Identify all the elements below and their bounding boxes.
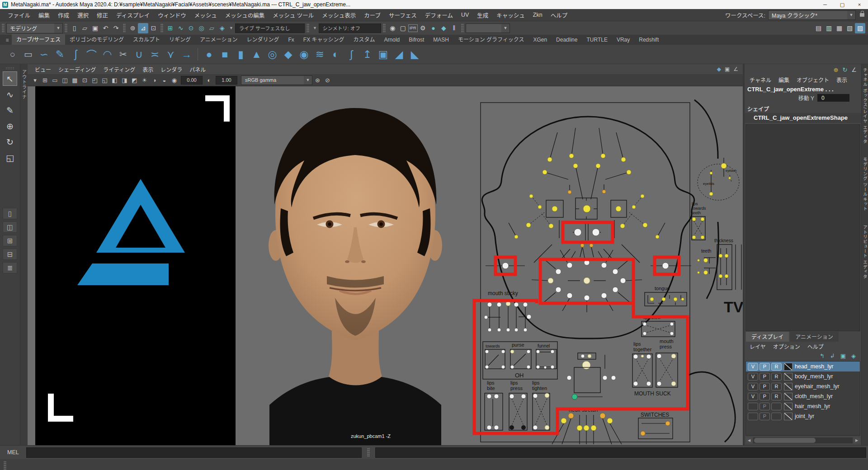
render-settings-icon[interactable]: ⚙ <box>418 23 428 33</box>
tab-rigging[interactable]: リギング <box>165 34 195 45</box>
birail-icon[interactable]: ∫ <box>344 47 359 61</box>
playback-toggle[interactable]: P <box>760 363 770 371</box>
layer-color-swatch[interactable] <box>784 383 793 390</box>
layer-row[interactable]: V P R head_mesh_lyr <box>746 362 860 371</box>
select-tool[interactable]: ↖ <box>3 72 17 85</box>
tab-channel-box-layer-editor[interactable]: チャネル ボックス/レイヤ エディタ <box>862 68 868 144</box>
drag-handle[interactable] <box>5 67 14 70</box>
arc-two-point-icon[interactable]: ◠ <box>100 47 114 61</box>
scrollbar-track[interactable] <box>753 437 853 443</box>
light-editor-icon[interactable]: ◆ <box>439 23 449 33</box>
tab-sculpt[interactable]: スカルプト <box>128 34 165 45</box>
visibility-toggle[interactable] <box>748 413 758 420</box>
bevel-icon[interactable]: ◢ <box>392 47 406 61</box>
contrast-field[interactable]: 1.00 <box>216 76 237 85</box>
brow-controls[interactable] <box>509 184 665 239</box>
gate-mask-icon[interactable]: ▩ <box>70 75 80 85</box>
menu-deform[interactable]: デフォーム <box>421 11 457 19</box>
layer-name[interactable]: eyehair_mesh_lyr <box>795 383 840 390</box>
channel-value-field[interactable]: 0 <box>817 94 849 102</box>
select-component-icon[interactable]: ⊡ <box>148 23 159 33</box>
select-hierarchy-icon[interactable]: ⊚ <box>127 23 138 33</box>
safe-action-icon[interactable]: ◰ <box>90 75 99 85</box>
reference-toggle[interactable] <box>771 403 782 410</box>
panel-menu-show[interactable]: 表示 <box>139 66 157 73</box>
scale-tool[interactable]: ◱ <box>3 151 17 164</box>
facial-control-board[interactable]: mouth sticky towards purse f <box>481 100 743 444</box>
drag-handle[interactable] <box>367 448 370 457</box>
workspace-selector[interactable]: Maya クラシック* ▼ <box>768 10 856 20</box>
layout-outliner-button[interactable]: ≣ <box>3 262 17 273</box>
menu-select[interactable]: 選択 <box>73 11 93 19</box>
forehead-controls[interactable] <box>542 128 631 199</box>
layer-color-swatch[interactable] <box>784 393 793 400</box>
channel-list-empty-area[interactable] <box>745 124 860 331</box>
modeling-toolkit-toggle-icon[interactable]: ▧ <box>844 23 855 33</box>
loft-icon[interactable]: ≋ <box>313 47 327 61</box>
menu-mesh-display[interactable]: メッシュ表示 <box>318 11 360 19</box>
nurbs-cube-icon[interactable]: ■ <box>218 47 232 61</box>
visibility-toggle[interactable] <box>748 403 758 410</box>
symmetry-field[interactable]: シンメトリ: オフ <box>319 24 381 33</box>
head-model[interactable] <box>269 108 442 445</box>
shape-node-name[interactable]: CTRL_C_jaw_openExtremeShape <box>745 113 861 123</box>
layout-two-pane-button[interactable]: ◫ <box>3 221 17 233</box>
chevron-down-icon[interactable]: ▼ <box>227 26 235 30</box>
reference-toggle[interactable]: R <box>771 363 782 371</box>
menu-file[interactable]: ファイル <box>4 11 34 19</box>
gamma-selector[interactable]: sRGB gamma▼ <box>241 75 312 85</box>
extrude-icon[interactable]: ↥ <box>360 47 374 61</box>
viewport-canvas[interactable]: .dw{fill:#f2f2f2;stroke:#4a4a4a;stroke-w… <box>28 86 743 445</box>
playback-toggle[interactable]: P <box>760 413 770 420</box>
snap-curve-icon[interactable]: ∿ <box>175 23 186 33</box>
shadows-icon[interactable]: ◑ <box>150 75 159 85</box>
detach-curves-icon[interactable]: ≍ <box>148 47 162 61</box>
grid-toggle-icon[interactable]: ⊞ <box>40 75 50 85</box>
lips-towards-teeth-controls[interactable]: lips towards teeth <box>692 202 706 240</box>
cv-curve-tool-icon[interactable]: ∽ <box>37 47 51 61</box>
nurbs-cone-icon[interactable]: ▲ <box>250 47 264 61</box>
layer-color-swatch[interactable] <box>784 403 793 410</box>
show-menu[interactable]: 表示 <box>833 76 850 84</box>
pen-curve-tool-icon[interactable]: ʃ <box>69 47 83 61</box>
redo-icon[interactable]: ↷ <box>111 23 121 33</box>
tab-f-caching[interactable]: FX キャッシング <box>299 34 349 45</box>
tab-xgen[interactable]: XGen <box>528 35 552 45</box>
panel-menu-panels[interactable]: パネル <box>186 66 209 73</box>
tab-display[interactable]: ディスプレイ <box>746 332 789 342</box>
tab-poly-modeling[interactable]: ポリゴンのモデリング <box>65 34 128 45</box>
speed-state-icon[interactable]: ↻ <box>842 66 847 73</box>
new-scene-icon[interactable]: ▯ <box>69 23 80 33</box>
object-menu[interactable]: オブジェクト <box>793 76 832 84</box>
manipulator-icon[interactable]: ⊕ <box>834 66 839 73</box>
character-set-icon[interactable]: ◆ <box>717 66 721 72</box>
close-button[interactable]: × <box>851 0 868 9</box>
tab-curves-surfaces[interactable]: カーブ/サーフェス <box>12 34 65 45</box>
move-tool[interactable]: ⊕ <box>3 119 17 133</box>
camera-select-icon[interactable]: ▾ <box>30 75 40 85</box>
minimize-button[interactable]: ─ <box>816 0 834 9</box>
input-field-dropdown[interactable]: ▼ <box>466 24 510 33</box>
layer-color-swatch[interactable] <box>784 363 793 371</box>
camera-icon[interactable]: ▣ <box>725 66 730 72</box>
ipr-render-icon[interactable]: IPR <box>408 24 418 32</box>
panel-menu-lighting[interactable]: ライティング <box>99 66 139 73</box>
make-live-icon[interactable]: ◈ <box>217 23 227 33</box>
menu-zkn[interactable]: Zkn <box>529 12 547 18</box>
revolve-icon[interactable]: ◐ <box>329 47 343 61</box>
playback-toggle[interactable]: P <box>760 393 770 400</box>
panel-menu-view[interactable]: ビュー <box>31 66 55 73</box>
nurbs-sphere-icon[interactable]: ● <box>202 47 216 61</box>
menu-help[interactable]: ヘルプ <box>547 11 572 19</box>
chevron-down-icon[interactable]: ▼ <box>311 26 319 30</box>
reference-toggle[interactable]: R <box>771 393 782 400</box>
exposure-icon[interactable]: ◉ <box>170 75 179 85</box>
menu-mesh-tools[interactable]: メッシュ ツール <box>269 11 318 19</box>
tab-attribute-editor[interactable]: アトリビュート エディタ <box>862 225 868 279</box>
nurbs-cylinder-icon[interactable]: ▮ <box>234 47 248 61</box>
menu-edit[interactable]: 編集 <box>34 11 54 19</box>
oh-group-controls[interactable]: towards purse funnel OH <box>483 342 557 379</box>
new-layer-from-selected-icon[interactable]: ◈ <box>851 352 856 359</box>
rotate-tool[interactable]: ↻ <box>3 135 17 149</box>
layer-row[interactable]: P hair_mesh_lyr <box>746 401 860 411</box>
